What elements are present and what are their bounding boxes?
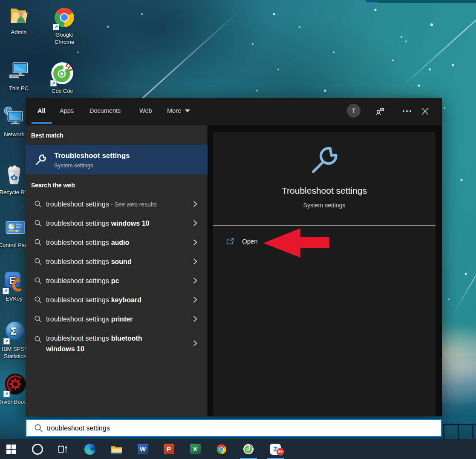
stars-decoration	[0, 0, 1, 1]
chrome-icon	[53, 6, 76, 30]
preview-card: Troubleshoot settings System settings Op…	[213, 132, 436, 416]
search-input[interactable]	[46, 420, 431, 437]
open-label: Open	[242, 238, 258, 245]
best-match-section-label: Best match	[31, 132, 63, 139]
web-suggestion[interactable]: troubleshoot settingsaudio	[26, 233, 208, 252]
taskbar-edge[interactable]	[81, 439, 99, 459]
shortcut-arrow-icon	[50, 80, 57, 86]
best-match-subtitle: System settings	[54, 162, 93, 169]
chevron-right-icon	[192, 201, 198, 209]
tab-web[interactable]: Web	[139, 98, 152, 123]
shortcut-arrow-icon	[3, 288, 9, 294]
desktop-icon-google-chrome[interactable]: Google Chrome	[45, 6, 84, 46]
tab-apps[interactable]: Apps	[60, 98, 74, 123]
taskbar-coccoc[interactable]	[239, 439, 258, 459]
desktop-icon-admin[interactable]: Admin	[0, 5, 38, 36]
cortana-icon	[32, 444, 43, 455]
feedback-icon[interactable]	[375, 106, 385, 116]
svg-text:Σ: Σ	[10, 325, 17, 337]
coccoc-icon	[243, 444, 254, 455]
desktop-icon-label: Network	[4, 131, 24, 138]
search-flyout-panel: All Apps Documents Web More T	[26, 98, 442, 416]
user-avatar[interactable]: T	[347, 104, 361, 118]
taskbar-powerpoint[interactable]: P	[159, 439, 178, 459]
zalo-icon: Z 5+	[270, 444, 281, 455]
search-icon	[34, 277, 42, 286]
search-icon	[34, 296, 42, 305]
preview-subtitle: System settings	[213, 202, 436, 209]
background-window-edge	[366, 0, 476, 3]
taskbar-excel[interactable]: X	[186, 439, 205, 459]
preview-pane: Troubleshoot settings System settings Op…	[208, 125, 442, 416]
chevron-right-icon	[192, 258, 198, 267]
shortcut-arrow-icon	[3, 391, 10, 397]
taskbar-word[interactable]: W	[133, 439, 152, 459]
taskbar-file-explorer[interactable]	[107, 439, 126, 459]
desktop-icon-label: This PC	[9, 85, 29, 92]
windows-logo-icon	[6, 445, 16, 454]
evkey-icon: E	[3, 270, 26, 294]
search-icon	[34, 200, 42, 209]
chevron-right-icon	[192, 316, 198, 324]
search-web-section-label: Search the web	[31, 182, 75, 189]
word-icon: W	[138, 444, 148, 454]
admin-folder-icon	[8, 5, 29, 28]
tab-all[interactable]: All	[38, 98, 46, 123]
edge-icon	[84, 444, 95, 455]
web-suggestion[interactable]: troubleshoot settingsbluetooth windows 1…	[26, 329, 208, 358]
open-in-window-icon	[226, 237, 235, 247]
search-icon	[34, 336, 42, 345]
tab-more[interactable]: More	[167, 98, 190, 123]
desktop-icon-this-pc[interactable]: This PC	[0, 60, 38, 92]
desktop-icon-label: EVKey	[6, 295, 23, 303]
search-icon	[34, 238, 42, 248]
preview-title: Troubleshoot settings	[213, 186, 436, 196]
chrome-icon	[216, 444, 227, 455]
tab-documents[interactable]: Documents	[89, 98, 121, 123]
chevron-right-icon	[192, 296, 198, 305]
start-button[interactable]	[2, 439, 20, 459]
web-suggestion[interactable]: troubleshoot settingsprinter	[26, 310, 208, 329]
task-view-button[interactable]	[53, 439, 72, 459]
active-tab-underline	[32, 122, 52, 124]
results-list: Best match Troubleshoot settings System …	[26, 125, 208, 416]
web-suggestion[interactable]: troubleshoot settingspc	[26, 271, 208, 290]
search-icon	[34, 219, 42, 229]
more-options-icon[interactable]	[399, 106, 408, 116]
search-box[interactable]	[26, 419, 442, 437]
taskbar-zalo[interactable]: Z 5+	[266, 439, 285, 459]
chevron-right-icon	[192, 239, 198, 247]
best-match-title: Troubleshoot settings	[54, 152, 130, 160]
shortcut-arrow-icon	[53, 24, 59, 30]
notification-badge: 5+	[277, 448, 284, 456]
taskbar: W P X	[0, 439, 476, 459]
search-icon	[34, 424, 43, 433]
chevron-right-icon	[192, 340, 198, 348]
network-icon	[3, 106, 26, 130]
this-pc-icon	[7, 60, 30, 84]
recycle-bin-icon	[3, 164, 26, 188]
coccoc-icon	[50, 61, 74, 86]
desktop-icon-label: Recycle Bin	[0, 189, 29, 196]
file-explorer-icon	[111, 444, 122, 454]
chevron-right-icon	[192, 277, 198, 286]
best-match-result[interactable]: Troubleshoot settings System settings	[26, 145, 208, 175]
web-suggestion[interactable]: troubleshoot settingskeyboard	[26, 290, 208, 310]
wrench-icon-large	[305, 141, 344, 180]
desktop-icon-coccoc[interactable]: Cốc Cốc	[43, 61, 81, 95]
control-panel-icon	[4, 216, 27, 241]
web-suggestion[interactable]: troubleshoot settingswindows 10	[26, 214, 208, 233]
close-icon[interactable]	[420, 106, 430, 116]
powerpoint-icon: P	[164, 444, 174, 454]
desktop-icon-label: Cốc Cốc	[52, 88, 73, 95]
screen: Admin Google Chrome	[0, 0, 476, 459]
web-suggestion[interactable]: troubleshoot settings- See web results	[26, 195, 208, 214]
taskbar-chrome[interactable]	[212, 439, 231, 459]
desktop-icon-label: Admin	[11, 29, 27, 36]
web-suggestion[interactable]: troubleshoot settingssound	[26, 252, 208, 271]
background-window-edge-accent	[366, 3, 378, 4]
search-icon	[34, 258, 42, 267]
driver-booster-icon	[3, 372, 27, 397]
cortana-button[interactable]	[28, 439, 47, 459]
chevron-down-icon	[185, 109, 190, 112]
